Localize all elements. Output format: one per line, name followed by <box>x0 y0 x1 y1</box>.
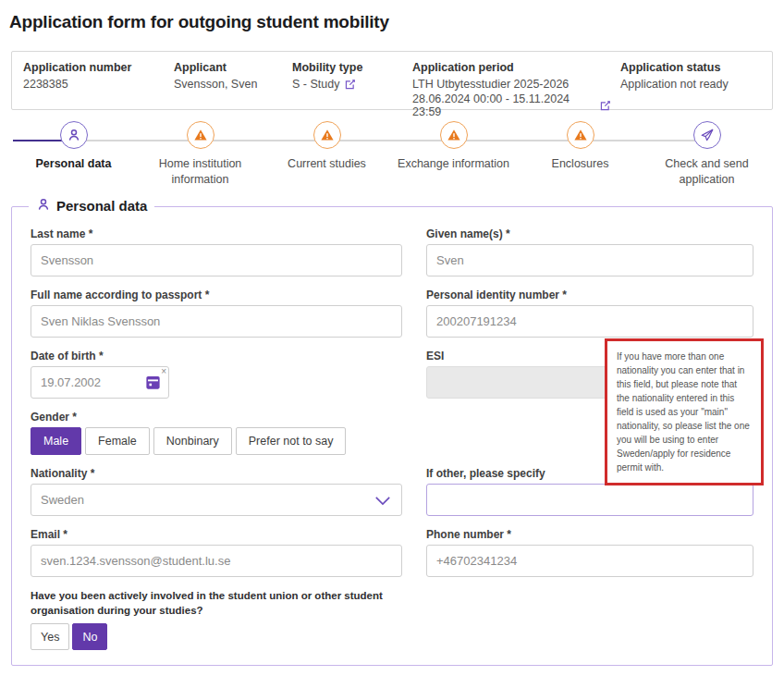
edit-mobility-type-icon[interactable] <box>344 79 356 91</box>
warning-icon <box>313 121 341 149</box>
page-title: Application form for outgoing student mo… <box>9 12 775 32</box>
info-label: Application status <box>620 61 752 74</box>
field-passport-name: Full name according to passport * <box>31 289 402 338</box>
edit-application-period-icon[interactable] <box>599 100 611 112</box>
warning-icon <box>567 121 594 149</box>
chevron-down-icon <box>374 495 391 509</box>
status-text: Application not ready <box>620 78 752 91</box>
spacer <box>426 589 753 650</box>
step-home-institution[interactable]: Home institution information <box>137 121 263 188</box>
yes-no-button-group: Yes No <box>31 623 402 650</box>
info-application-number: Application number 2238385 <box>23 61 174 91</box>
clear-date-icon[interactable]: × <box>159 365 168 378</box>
last-name-input[interactable] <box>31 244 402 276</box>
info-value-line1: LTH Utbytesstudier 2025-2026 <box>412 78 611 91</box>
field-nationality: Nationality * <box>31 467 402 516</box>
info-application-period: Application period LTH Utbytesstudier 20… <box>412 61 620 118</box>
field-personal-identity-number: Personal identity number * <box>426 289 753 338</box>
step-label: Home institution information <box>137 156 263 188</box>
info-label: Application number <box>23 61 165 74</box>
person-icon <box>60 121 88 149</box>
application-form-page: Application form for outgoing student mo… <box>0 12 784 688</box>
field-label: Email * <box>31 528 402 541</box>
info-label: Mobility type <box>292 61 403 74</box>
tooltip-text: If you have more than one nationality yo… <box>617 351 750 473</box>
section-legend: Personal data <box>29 197 154 215</box>
field-last-name: Last name * <box>31 227 402 276</box>
info-label: Applicant <box>174 61 283 74</box>
warning-icon <box>187 121 214 149</box>
info-mobility-type: Mobility type S - Study <box>292 61 412 91</box>
field-given-names: Given name(s) * <box>426 227 753 276</box>
step-personal-data[interactable]: Personal data <box>10 121 137 188</box>
yes-button[interactable]: Yes <box>31 623 69 650</box>
phone-number-input[interactable] <box>426 545 753 577</box>
step-label: Enclosures <box>552 156 609 172</box>
field-label: Given name(s) * <box>426 227 753 240</box>
field-phone-number: Phone number * <box>426 528 753 577</box>
field-label: Last name * <box>31 227 402 240</box>
step-enclosures[interactable]: Enclosures <box>517 121 643 188</box>
step-label: Personal data <box>36 156 112 172</box>
step-check-and-send[interactable]: Check and send application <box>643 121 770 188</box>
step-current-studies[interactable]: Current studies <box>263 121 390 188</box>
nationality-select[interactable] <box>31 484 402 516</box>
info-value: S - Study <box>292 78 339 91</box>
gender-prefer-not-to-say-button[interactable]: Prefer not to say <box>236 427 347 455</box>
info-value: Svensson, Sven <box>174 78 283 91</box>
info-applicant: Applicant Svensson, Sven <box>174 61 292 91</box>
section-title: Personal data <box>56 198 147 214</box>
email-input[interactable] <box>31 545 402 577</box>
nationality-value[interactable] <box>31 484 402 516</box>
nationality-tooltip: If you have more than one nationality yo… <box>605 338 764 485</box>
field-label: Nationality * <box>31 467 402 480</box>
no-button[interactable]: No <box>72 623 107 650</box>
info-value: 2238385 <box>23 78 165 91</box>
field-email: Email * <box>31 528 402 577</box>
field-label: Date of birth * <box>31 350 402 362</box>
info-application-status: Application status Application not ready <box>620 61 761 91</box>
gender-female-button[interactable]: Female <box>85 427 150 455</box>
gender-nonbinary-button[interactable]: Nonbinary <box>153 427 232 455</box>
field-label: Personal identity number * <box>426 289 753 301</box>
step-label: Current studies <box>288 156 366 172</box>
step-label: Exchange information <box>398 156 509 172</box>
warning-icon <box>440 121 468 149</box>
other-nationality-input[interactable] <box>426 484 753 516</box>
field-date-of-birth: Date of birth * × <box>31 350 402 399</box>
personal-identity-number-input[interactable] <box>426 305 753 338</box>
field-student-union-question: Have you been actively involved in the s… <box>31 589 402 650</box>
field-label: Full name according to passport * <box>31 289 402 301</box>
question-label: Have you been actively involved in the s… <box>31 589 402 618</box>
field-gender: Gender * Male Female Nonbinary Prefer no… <box>31 411 402 455</box>
passport-name-input[interactable] <box>31 305 402 338</box>
gender-male-button[interactable]: Male <box>31 427 81 455</box>
personal-data-section: Personal data Last name * Given name(s) … <box>11 206 773 666</box>
given-names-input[interactable] <box>426 244 753 276</box>
progress-stepper: Personal data Home institution informati… <box>0 121 784 190</box>
gender-button-group: Male Female Nonbinary Prefer not to say <box>31 427 402 455</box>
step-exchange-information[interactable]: Exchange information <box>390 121 517 188</box>
info-value-line2: 28.06.2024 00:00 - 15.11.2024 23:59 <box>412 92 594 118</box>
application-info-bar: Application number 2238385 Applicant Sve… <box>11 51 773 110</box>
send-icon <box>693 121 721 149</box>
field-label: Phone number * <box>426 528 753 541</box>
info-label: Application period <box>412 61 611 74</box>
field-label: Gender * <box>31 411 402 424</box>
step-label: Check and send application <box>643 156 770 188</box>
person-icon <box>36 197 51 215</box>
